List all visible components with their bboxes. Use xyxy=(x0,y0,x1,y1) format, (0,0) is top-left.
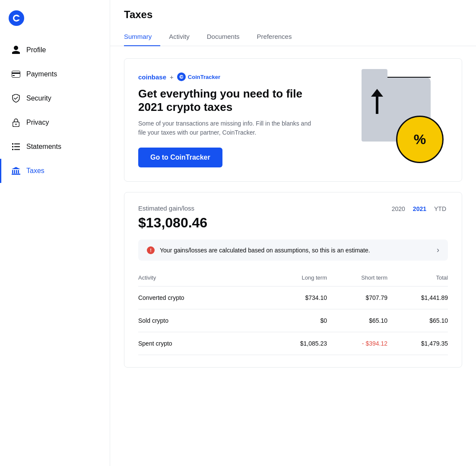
promo-heading: Get everything you need to file 2021 cry… xyxy=(138,87,327,114)
info-left: ! Your gains/losses are calculated based… xyxy=(147,246,370,254)
shield-icon xyxy=(12,94,20,103)
year-2021-button[interactable]: 2021 xyxy=(411,205,428,213)
chevron-right-icon: › xyxy=(437,246,439,255)
activity-table: Activity Long term Short term Total Conv… xyxy=(138,271,448,355)
promo-text-block: coinbase + CoinTracker Get everything yo… xyxy=(138,72,327,167)
folder-upload-arrow xyxy=(371,89,383,114)
sidebar-item-security[interactable]: Security xyxy=(0,86,110,110)
svg-rect-10 xyxy=(14,146,20,147)
row-long-term-spent: $1,085.23 xyxy=(267,340,327,347)
svg-rect-11 xyxy=(12,149,13,150)
svg-rect-16 xyxy=(18,170,19,173)
sidebar-item-taxes[interactable]: Taxes xyxy=(0,159,110,183)
warning-icon: ! xyxy=(147,246,155,254)
table-row: Converted crypto $734.10 $707.79 $1,441.… xyxy=(138,287,448,309)
year-ytd-button[interactable]: YTD xyxy=(432,205,448,213)
card-icon xyxy=(12,70,20,79)
svg-rect-4 xyxy=(13,75,15,76)
tab-activity[interactable]: Activity xyxy=(160,28,198,46)
svg-rect-3 xyxy=(12,72,20,74)
svg-rect-9 xyxy=(12,146,13,148)
sidebar-item-payments[interactable]: Payments xyxy=(0,62,110,86)
gain-loss-value: $13,080.46 xyxy=(138,215,448,231)
row-long-term-converted: $734.10 xyxy=(267,294,327,301)
info-text: Your gains/losses are calculated based o… xyxy=(160,247,370,254)
sidebar-item-privacy[interactable]: Privacy xyxy=(0,110,110,135)
tab-preferences[interactable]: Preferences xyxy=(248,28,301,46)
folder-tab xyxy=(362,69,387,78)
go-to-cointracker-button[interactable]: Go to CoinTracker xyxy=(138,148,222,167)
row-short-term-sold: $65.10 xyxy=(327,317,387,324)
svg-rect-7 xyxy=(12,143,13,145)
sidebar-item-label-profile: Profile xyxy=(26,46,46,54)
promo-card: coinbase + CoinTracker Get everything yo… xyxy=(124,58,462,182)
sidebar-item-statements[interactable]: Statements xyxy=(0,135,110,159)
cointracker-icon xyxy=(177,72,186,81)
arrow-head xyxy=(371,89,383,97)
col-header-total: Total xyxy=(387,274,448,281)
sidebar-item-label-taxes: Taxes xyxy=(26,167,44,175)
info-banner[interactable]: ! Your gains/losses are calculated based… xyxy=(138,239,448,261)
list-icon xyxy=(12,142,20,151)
promo-illustration: % xyxy=(327,72,448,167)
tab-summary[interactable]: Summary xyxy=(124,28,160,46)
gain-loss-label: Estimated gain/loss xyxy=(138,205,194,212)
col-header-short-term: Short term xyxy=(327,274,387,281)
promo-description: Some of your transactions are missing in… xyxy=(138,119,320,137)
row-label-sold: Sold crypto xyxy=(138,317,267,324)
bank-icon xyxy=(12,167,20,175)
svg-rect-14 xyxy=(14,170,16,173)
gain-loss-header: Estimated gain/loss 2020 2021 YTD xyxy=(138,205,448,213)
svg-point-6 xyxy=(16,124,17,125)
svg-rect-12 xyxy=(14,149,20,150)
svg-point-1 xyxy=(14,46,18,50)
col-header-long-term: Long term xyxy=(267,274,327,281)
svg-rect-17 xyxy=(12,174,20,175)
main-content-area: Taxes Summary Activity Documents Prefere… xyxy=(110,0,476,466)
table-row: Spent crypto $1,085.23 - $394.12 $1,479.… xyxy=(138,332,448,355)
cointracker-brand-label: CoinTracker xyxy=(177,72,220,81)
row-label-converted: Converted crypto xyxy=(138,294,267,301)
row-total-sold: $65.10 xyxy=(387,317,448,324)
content-body: coinbase + CoinTracker Get everything yo… xyxy=(110,46,476,380)
row-label-spent: Spent crypto xyxy=(138,340,267,347)
tab-bar: Summary Activity Documents Preferences xyxy=(124,28,462,46)
row-total-converted: $1,441.89 xyxy=(387,294,448,301)
sidebar-item-label-payments: Payments xyxy=(26,70,57,78)
svg-rect-8 xyxy=(14,144,20,145)
arrow-stem xyxy=(376,97,378,114)
year-selector: 2020 2021 YTD xyxy=(390,205,448,213)
tab-documents[interactable]: Documents xyxy=(198,28,248,46)
svg-point-0 xyxy=(9,10,24,26)
svg-rect-13 xyxy=(12,170,13,173)
sidebar: Profile Payments Security xyxy=(0,0,110,466)
lock-icon xyxy=(12,118,20,127)
table-header-row: Activity Long term Short term Total xyxy=(138,271,448,287)
app-logo[interactable] xyxy=(0,7,110,38)
sidebar-item-profile[interactable]: Profile xyxy=(0,38,110,62)
col-header-activity: Activity xyxy=(138,274,267,281)
svg-rect-2 xyxy=(12,71,20,78)
year-2020-button[interactable]: 2020 xyxy=(390,205,407,213)
table-row: Sold crypto $0 $65.10 $65.10 xyxy=(138,309,448,332)
sidebar-item-label-security: Security xyxy=(26,94,51,102)
person-icon xyxy=(12,46,20,54)
sidebar-item-label-privacy: Privacy xyxy=(26,119,49,126)
gain-loss-card: Estimated gain/loss 2020 2021 YTD $13,08… xyxy=(124,192,462,368)
main-header: Taxes Summary Activity Documents Prefere… xyxy=(110,0,476,46)
sidebar-item-label-statements: Statements xyxy=(26,143,61,151)
promo-logo: coinbase + CoinTracker xyxy=(138,72,327,81)
row-short-term-spent: - $394.12 xyxy=(327,340,387,347)
coinbase-brand-label: coinbase xyxy=(138,73,166,81)
row-long-term-sold: $0 xyxy=(267,317,327,324)
page-title: Taxes xyxy=(124,9,462,21)
cointracker-text-label: CoinTracker xyxy=(188,74,220,80)
percent-symbol: % xyxy=(414,132,426,148)
row-total-spent: $1,479.35 xyxy=(387,340,448,347)
plus-separator: + xyxy=(170,73,174,81)
folder-line xyxy=(387,77,431,78)
percent-circle-icon: % xyxy=(396,116,444,163)
row-short-term-converted: $707.79 xyxy=(327,294,387,301)
svg-rect-15 xyxy=(16,170,17,173)
